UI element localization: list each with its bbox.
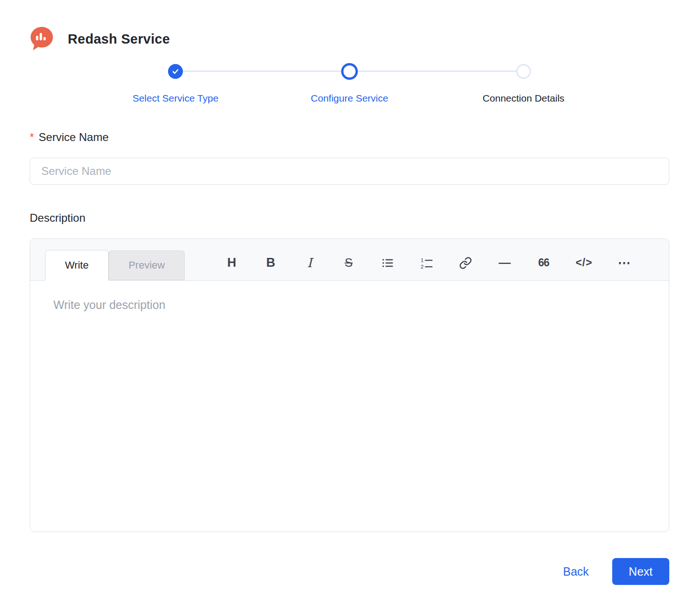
strikethrough-icon[interactable]: S (342, 255, 356, 271)
bold-icon[interactable]: B (264, 255, 278, 271)
description-textarea[interactable] (30, 281, 669, 532)
stepper: Select Service Type Configure Service Co… (89, 63, 611, 104)
step-label-configure-service: Configure Service (311, 93, 388, 104)
editor-toolbar: Write Preview H B I S (30, 239, 669, 281)
redash-logo-icon (30, 26, 54, 52)
back-button[interactable]: Back (563, 565, 589, 578)
description-label: Description (30, 212, 669, 225)
svg-text:1: 1 (421, 257, 423, 263)
step-configure-service: Configure Service (263, 63, 437, 104)
service-name-field: * Service Name (30, 131, 669, 185)
step-active-circle (341, 63, 358, 80)
markdown-editor: Write Preview H B I S (30, 238, 669, 532)
editor-tools: H B I S (225, 255, 631, 271)
description-field: Description Write Preview H B I S (30, 212, 669, 532)
description-label-text: Description (30, 212, 85, 225)
unordered-list-icon[interactable] (381, 255, 395, 271)
horizontal-rule-icon[interactable]: — (498, 255, 511, 271)
quote-icon[interactable]: 66 (537, 255, 550, 271)
step-pending-circle (516, 64, 531, 79)
page-header: Redash Service (30, 26, 669, 52)
step-label-connection-details: Connection Details (483, 93, 564, 104)
editor-body (30, 281, 669, 532)
service-config-page: Redash Service Select Service Type Confi… (0, 0, 699, 616)
editor-tabs: Write Preview (45, 250, 185, 280)
next-button[interactable]: Next (612, 558, 669, 585)
tab-write[interactable]: Write (45, 250, 109, 281)
code-icon[interactable]: </> (576, 255, 592, 271)
italic-icon[interactable]: I (303, 255, 317, 271)
more-options-icon[interactable]: ⋯ (617, 255, 631, 271)
service-name-label: * Service Name (30, 131, 669, 144)
required-marker: * (30, 131, 34, 144)
ordered-list-icon[interactable]: 1 2 (420, 255, 434, 271)
step-label-select-service-type: Select Service Type (132, 93, 218, 104)
tab-preview[interactable]: Preview (109, 250, 185, 280)
heading-icon[interactable]: H (225, 255, 239, 271)
step-connection-details: Connection Details (437, 63, 611, 104)
svg-text:2: 2 (421, 263, 423, 269)
link-icon[interactable] (459, 255, 472, 271)
page-title: Redash Service (68, 32, 170, 47)
step-completed-check-icon (168, 64, 183, 79)
service-name-label-text: Service Name (39, 131, 109, 144)
service-name-input[interactable] (30, 158, 669, 185)
step-select-service-type: Select Service Type (89, 63, 263, 104)
footer-actions: Back Next (30, 558, 669, 585)
